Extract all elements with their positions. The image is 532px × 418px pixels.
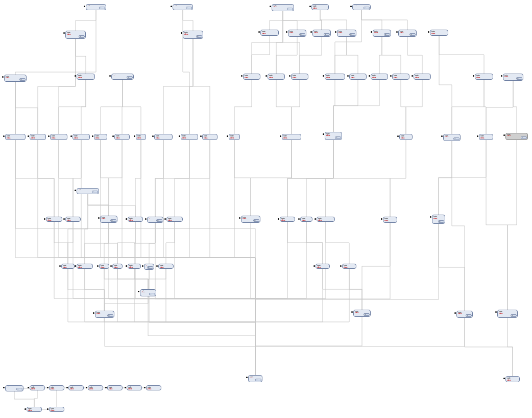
graph-node[interactable]: nodeclass <box>77 74 95 80</box>
graph-node[interactable]: nodeclassref <box>86 4 106 10</box>
graph-node[interactable]: nodeclass <box>112 264 123 269</box>
graph-node[interactable]: nodeclassref <box>173 4 193 10</box>
graph-node[interactable]: nodeclass <box>68 385 84 390</box>
graph-node[interactable]: nodeclassref <box>95 311 114 318</box>
graph-edge <box>68 269 255 375</box>
graph-node[interactable]: nodeclass <box>27 407 42 412</box>
graph-node[interactable]: nodeclass <box>392 74 409 80</box>
graph-node[interactable]: nodeclass <box>94 134 107 140</box>
graph-node[interactable]: nodeclass <box>280 217 295 222</box>
graph-node[interactable]: nodeclassref <box>140 289 156 296</box>
graph-node[interactable]: nodeclass <box>88 385 103 390</box>
graph-node[interactable]: nodeclassref <box>5 385 23 391</box>
graph-node[interactable]: nodeclassref <box>111 74 134 80</box>
graph-node[interactable]: nodeclass <box>399 134 413 140</box>
graph-node[interactable]: nodeclass <box>291 74 308 80</box>
graph-node[interactable]: nodeclass <box>128 217 143 222</box>
node-tag: class <box>444 136 460 137</box>
graph-node[interactable]: nodeclassref <box>144 264 154 270</box>
graph-node[interactable]: nodeclass <box>30 134 46 140</box>
graph-node[interactable]: nodeclass <box>383 217 397 223</box>
graph-edge <box>104 223 109 264</box>
graph-edge <box>193 39 210 134</box>
graph-node[interactable]: nodeclassref <box>288 30 306 37</box>
graph-node[interactable]: nodeclass <box>268 74 285 80</box>
graph-node[interactable]: nodeclassref <box>373 30 391 37</box>
graph-node[interactable]: nodeclassref <box>497 310 518 318</box>
graph-node[interactable]: nodeclass <box>146 385 161 390</box>
graph-node[interactable]: nodeclass <box>414 74 431 80</box>
graph-node[interactable]: nodeclassref <box>353 310 371 317</box>
graph-node[interactable]: nodeclass <box>50 134 67 140</box>
graph-node[interactable]: nodeclass <box>166 217 183 222</box>
graph-node[interactable]: nodeclass <box>349 74 367 80</box>
graph-node[interactable]: nodeclass <box>325 74 345 80</box>
graph-node[interactable]: nodeclassref <box>272 4 294 11</box>
graph-node[interactable]: nodeclassref <box>503 74 523 81</box>
graph-node[interactable]: nodeclassref <box>398 30 417 37</box>
graph-node[interactable]: nodeclass <box>479 134 493 140</box>
node-tag: class <box>31 137 45 139</box>
graph-node[interactable]: nodeclassref <box>183 31 203 39</box>
graph-node[interactable]: nodeclass <box>99 264 109 269</box>
graph-node[interactable]: nodeclassref <box>248 375 262 382</box>
graph-node[interactable]: nodeclass <box>46 217 62 222</box>
graph-node[interactable]: nodeclass <box>282 134 301 140</box>
graph-node[interactable]: nodeclass <box>114 134 130 140</box>
graph-node[interactable]: nodeclassref <box>77 188 99 194</box>
graph-node[interactable]: nodeclass <box>311 4 329 10</box>
node-port-icon <box>126 265 127 267</box>
graph-node[interactable]: nodeclass <box>243 74 260 80</box>
graph-edge <box>283 11 297 30</box>
graph-node[interactable]: nodeclass <box>77 264 93 269</box>
graph-node[interactable]: nodeclass <box>61 264 75 269</box>
node-tag: class <box>96 313 113 314</box>
graph-node[interactable]: nodeclass <box>430 30 448 36</box>
node-tag: class <box>47 219 61 221</box>
graph-node[interactable]: nodeclass <box>136 134 146 140</box>
node-tag: class <box>51 137 66 139</box>
node-tag: class <box>155 137 172 139</box>
graph-node[interactable]: nodeclassref <box>312 30 331 37</box>
graph-node[interactable]: nodeclassref <box>337 30 356 37</box>
graph-node[interactable]: nodeclass <box>260 30 279 36</box>
graph-node[interactable]: nodeclass <box>316 264 330 269</box>
graph-node[interactable]: nodeclass <box>65 217 81 222</box>
graph-node[interactable]: nodeclass <box>127 385 142 390</box>
graph-node[interactable]: nodeclass <box>154 134 173 140</box>
graph-node[interactable]: nodeclass <box>30 385 45 390</box>
graph-edge <box>38 140 54 217</box>
graph-node[interactable]: nodeclass <box>128 264 141 269</box>
graph-node[interactable]: nodeclassref <box>65 31 86 39</box>
graph-node[interactable]: nodeclass <box>49 407 64 412</box>
graph-node[interactable]: nodeclassref <box>505 133 528 140</box>
node-port-icon <box>2 76 4 78</box>
node-tag: class <box>112 75 133 76</box>
graph-node[interactable]: nodeclass <box>300 217 312 222</box>
graph-node[interactable]: nodeclass <box>229 134 240 140</box>
graph-node[interactable]: nodeclass <box>158 264 174 269</box>
graph-node[interactable]: nodeclassref <box>4 75 27 82</box>
graph-node[interactable]: nodeclass <box>342 264 356 269</box>
graph-node[interactable]: nodeclassref <box>443 134 461 141</box>
graph-node[interactable]: nodeclassref <box>456 311 473 318</box>
graph-node[interactable]: nodeclassref <box>147 217 163 223</box>
node-port-icon <box>59 265 61 267</box>
graph-node[interactable]: nodeclass <box>181 134 198 140</box>
graph-node[interactable]: nodeclass <box>317 217 335 222</box>
graph-node[interactable]: nodeclass <box>72 134 90 140</box>
graph-node[interactable]: nodeclass <box>475 74 493 80</box>
graph-node[interactable]: nodeclass <box>505 376 520 382</box>
graph-node[interactable]: nodeclassref <box>432 215 445 224</box>
graph-edge <box>54 222 255 375</box>
graph-node[interactable]: nodeclass <box>371 74 388 80</box>
graph-node[interactable]: nodeclass <box>202 134 217 140</box>
graph-edge <box>117 269 255 375</box>
graph-node[interactable]: nodeclassref <box>100 216 117 223</box>
graph-node[interactable]: nodeclassref <box>325 132 342 140</box>
graph-node[interactable]: nodeclass <box>107 385 123 390</box>
graph-node[interactable]: nodeclass <box>49 385 64 390</box>
graph-node[interactable]: nodeclass <box>5 134 26 140</box>
graph-node[interactable]: nodeclassref <box>352 4 371 10</box>
graph-node[interactable]: nodeclassref <box>241 216 260 223</box>
